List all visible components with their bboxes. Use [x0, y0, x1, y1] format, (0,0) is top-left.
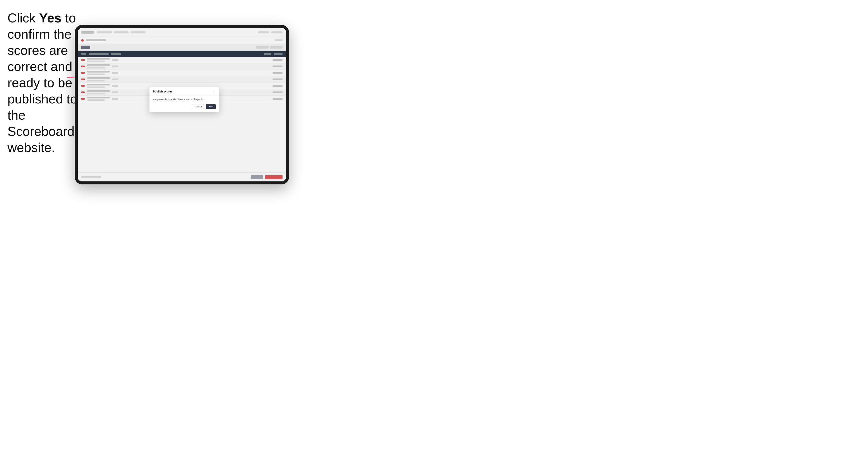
modal-title: Publish scores	[153, 90, 173, 93]
modal-body: Are you ready to publish these scores to…	[150, 95, 219, 104]
publish-scores-dialog: Publish scores × Are you ready to publis…	[150, 87, 219, 112]
modal-header: Publish scores ×	[150, 87, 219, 95]
modal-overlay: Publish scores × Are you ready to publis…	[78, 28, 286, 181]
cancel-button[interactable]: Cancel	[192, 104, 204, 109]
tablet-device: Publish scores × Are you ready to publis…	[75, 25, 289, 184]
instruction-suffix: to confirm the scores are correct and re…	[7, 11, 77, 155]
yes-button[interactable]: Yes	[206, 104, 216, 109]
instruction-prefix: Click	[7, 11, 39, 25]
modal-close-button[interactable]: ×	[212, 90, 216, 93]
modal-footer: Cancel Yes	[150, 104, 219, 112]
instruction-bold: Yes	[39, 11, 62, 25]
screen-content: Publish scores × Are you ready to publis…	[78, 28, 286, 181]
tablet-screen: Publish scores × Are you ready to publis…	[78, 28, 286, 181]
modal-message: Are you ready to publish these scores to…	[153, 98, 216, 101]
instruction-text: Click Yes to confirm the scores are corr…	[7, 10, 80, 156]
